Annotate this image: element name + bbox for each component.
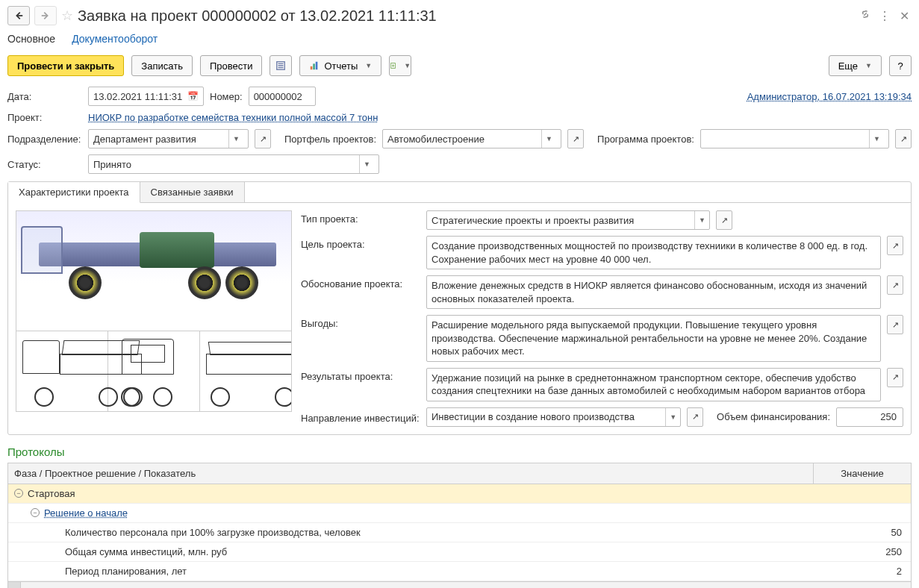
- chevron-down-icon[interactable]: ▼: [228, 130, 243, 148]
- goal-textarea[interactable]: Создание производственных мощностей по п…: [426, 236, 881, 269]
- list-icon: [275, 60, 286, 71]
- save-button[interactable]: Записать: [131, 55, 193, 76]
- status-input[interactable]: Принято ▼: [88, 154, 379, 174]
- chevron-down-icon[interactable]: ▼: [694, 211, 709, 229]
- help-icon: ?: [897, 60, 903, 72]
- invest-dir-label: Направление инвестиций:: [301, 410, 420, 424]
- results-textarea[interactable]: Удержание позиций на рынке в среднетонна…: [426, 368, 881, 401]
- help-button[interactable]: ?: [889, 55, 912, 76]
- basis-label: Обоснование проекта:: [301, 275, 420, 290]
- row-value: [814, 490, 911, 497]
- section-tab-docflow[interactable]: Документооборот: [72, 33, 158, 45]
- benefits-textarea[interactable]: Расширение модельного ряда выпускаемой п…: [426, 315, 881, 362]
- basis-textarea[interactable]: Вложение денежных средств в НИОКР являет…: [426, 275, 881, 309]
- tab-characteristics[interactable]: Характеристики проекта: [8, 182, 140, 203]
- dept-label: Подразделение:: [7, 134, 82, 145]
- calendar-icon[interactable]: 📅: [187, 91, 199, 101]
- more-button[interactable]: Еще ▼: [829, 55, 882, 76]
- table-row[interactable]: Количество персонала при 100% загрузке п…: [8, 523, 911, 542]
- dept-input[interactable]: Департамент развития ▼: [88, 129, 249, 148]
- portfolio-label: Портфель проектов:: [284, 134, 376, 145]
- program-open-button[interactable]: ↗: [895, 129, 912, 148]
- favorite-star-icon[interactable]: ☆: [61, 7, 73, 24]
- basis-open-button[interactable]: ↗: [887, 275, 903, 295]
- row-label: Решение о начале: [44, 507, 128, 519]
- arrow-left-icon: [13, 10, 24, 21]
- results-open-button[interactable]: ↗: [887, 368, 903, 387]
- reports-button[interactable]: Отчеты ▼: [299, 55, 381, 76]
- nav-forward-button[interactable]: [34, 6, 57, 25]
- row-label: Стартовая: [28, 488, 75, 499]
- tab-related[interactable]: Связанные заявки: [140, 182, 245, 203]
- chevron-down-icon[interactable]: ▼: [665, 408, 680, 426]
- project-link[interactable]: НИОКР по разработке семейства техники по…: [88, 112, 378, 123]
- chevron-down-icon: ▼: [365, 62, 372, 69]
- svg-rect-1: [311, 66, 313, 69]
- invest-dir-open-button[interactable]: ↗: [687, 407, 703, 427]
- goal-open-button[interactable]: ↗: [887, 236, 903, 255]
- horizontal-scrollbar[interactable]: [8, 581, 911, 588]
- project-type-input[interactable]: Стратегические проекты и проекты развити…: [426, 210, 710, 230]
- tabs-panel: Характеристики проекта Связанные заявки: [7, 181, 912, 435]
- dept-open-button[interactable]: ↗: [255, 129, 271, 148]
- number-input[interactable]: 000000002: [249, 87, 316, 106]
- open-external-icon: ↗: [892, 241, 899, 251]
- table-row[interactable]: Общая сумма инвестиций, млн. руб250: [8, 542, 911, 562]
- chevron-down-icon: ▼: [865, 62, 872, 69]
- attach-icon: [390, 60, 396, 71]
- benefits-label: Выгоды:: [301, 315, 420, 329]
- nav-back-button[interactable]: [7, 6, 30, 25]
- chevron-down-icon[interactable]: ▼: [869, 130, 884, 148]
- portfolio-open-button[interactable]: ↗: [567, 129, 584, 148]
- date-input[interactable]: 13.02.2021 11:11:31 📅: [88, 87, 204, 106]
- program-label: Программа проектов:: [597, 134, 694, 145]
- open-external-icon: ↗: [721, 216, 728, 225]
- open-external-icon: ↗: [573, 134, 579, 144]
- chart-icon: [309, 60, 320, 71]
- project-image: [16, 210, 292, 412]
- svg-rect-2: [314, 63, 316, 69]
- tree-toggle-icon[interactable]: −: [31, 508, 40, 517]
- more-menu-icon[interactable]: ⋮: [877, 9, 892, 23]
- funding-input[interactable]: 250: [836, 407, 903, 427]
- chevron-down-icon[interactable]: ▼: [541, 130, 556, 148]
- close-icon[interactable]: ✕: [897, 9, 912, 23]
- link-icon[interactable]: [858, 9, 873, 22]
- open-external-icon: ↗: [892, 281, 899, 290]
- svg-rect-3: [316, 62, 318, 70]
- table-row[interactable]: Период планирования, лет2: [8, 562, 911, 581]
- protocols-grid: Фаза / Проектное решение / Показатель Зн…: [7, 463, 912, 588]
- benefits-open-button[interactable]: ↗: [887, 315, 903, 334]
- funding-label: Объем финансирования:: [717, 411, 830, 422]
- col-header-value[interactable]: Значение: [814, 463, 911, 484]
- invest-dir-input[interactable]: Инвестиции в создание нового производств…: [426, 407, 681, 427]
- page-title: Заявка на проект 000000002 от 13.02.2021…: [78, 7, 853, 25]
- goal-label: Цель проекта:: [301, 236, 420, 250]
- tree-toggle-icon[interactable]: −: [14, 489, 23, 498]
- results-label: Результаты проекта:: [301, 368, 420, 382]
- portfolio-input[interactable]: Автомобилестроение ▼: [382, 129, 561, 148]
- row-label: Общая сумма инвестиций, млн. руб: [65, 546, 227, 557]
- section-tab-main[interactable]: Основное: [7, 33, 55, 45]
- movements-button[interactable]: [270, 55, 292, 76]
- program-input[interactable]: ▼: [700, 129, 889, 148]
- open-external-icon: ↗: [260, 134, 267, 144]
- open-external-icon: ↗: [692, 412, 699, 422]
- chevron-down-icon[interactable]: ▼: [359, 155, 374, 173]
- protocols-title: Протоколы: [7, 445, 912, 458]
- post-and-close-button[interactable]: Провести и закрыть: [7, 55, 124, 76]
- attach-button[interactable]: ▼: [389, 55, 411, 76]
- table-row[interactable]: −Решение о начале: [8, 504, 911, 523]
- open-external-icon: ↗: [892, 320, 899, 330]
- row-value: 2: [814, 562, 911, 581]
- number-label: Номер:: [210, 91, 243, 102]
- col-header-main[interactable]: Фаза / Проектное решение / Показатель: [8, 463, 814, 484]
- row-value: 250: [814, 542, 911, 561]
- project-type-open-button[interactable]: ↗: [716, 210, 732, 230]
- type-label: Тип проекта:: [301, 210, 420, 225]
- table-row[interactable]: −Стартовая: [8, 484, 911, 504]
- chevron-down-icon: ▼: [404, 62, 411, 69]
- modified-by-link[interactable]: Администратор, 16.07.2021 13:19:34: [747, 91, 912, 102]
- date-label: Дата:: [7, 91, 82, 102]
- post-button[interactable]: Провести: [200, 55, 263, 76]
